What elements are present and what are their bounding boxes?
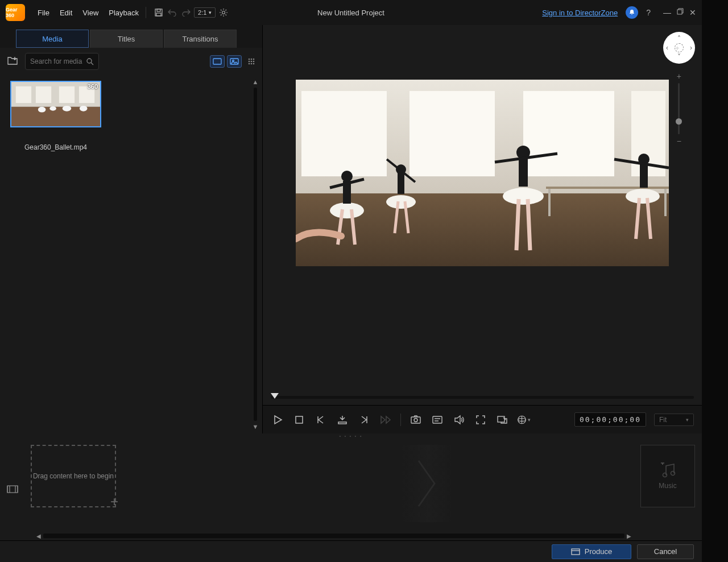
tab-transitions[interactable]: Transitions bbox=[164, 30, 237, 48]
media-thumbnail[interactable]: 360 bbox=[10, 81, 101, 127]
search-box[interactable] bbox=[25, 53, 99, 70]
footer-bar: Produce Cancel bbox=[0, 540, 702, 562]
play-icon[interactable] bbox=[271, 413, 284, 427]
maximize-icon[interactable] bbox=[677, 8, 684, 17]
drop-hint-label: Drag content here to begin bbox=[33, 472, 114, 480]
media-toolbar bbox=[0, 48, 262, 75]
zoom-fit-dropdown[interactable]: Fit ▾ bbox=[654, 414, 694, 426]
view-video-toggle[interactable] bbox=[210, 55, 225, 68]
separator bbox=[400, 414, 401, 426]
produce-button[interactable]: Produce bbox=[552, 544, 631, 559]
nav-down-icon[interactable]: ˅ bbox=[677, 53, 681, 61]
svg-rect-30 bbox=[301, 91, 387, 176]
dock-undock-icon[interactable] bbox=[495, 413, 509, 427]
topbar-right: Sign in to DirectorZone ? — ✕ bbox=[542, 6, 696, 19]
settings-icon[interactable] bbox=[218, 7, 229, 18]
svg-rect-56 bbox=[7, 486, 18, 493]
svg-point-10 bbox=[251, 59, 253, 60]
nav-up-icon[interactable]: ˄ bbox=[677, 35, 681, 43]
svg-rect-49 bbox=[296, 416, 303, 423]
main-area: Media Titles Transitions bbox=[0, 25, 702, 433]
tab-media[interactable]: Media bbox=[16, 30, 89, 48]
seek-bar[interactable] bbox=[263, 389, 702, 405]
view-photo-toggle[interactable] bbox=[227, 55, 242, 68]
window-controls: — ✕ bbox=[663, 8, 696, 17]
volume-icon[interactable] bbox=[452, 413, 466, 427]
fit-label: Fit bbox=[659, 416, 667, 424]
svg-rect-32 bbox=[523, 91, 614, 176]
preview-panel: ˄ ˅ › ‹ + + − bbox=[263, 25, 702, 433]
svg-rect-50 bbox=[411, 417, 420, 423]
zoom-slider[interactable]: + − bbox=[677, 72, 681, 146]
stop-icon[interactable] bbox=[292, 413, 306, 427]
svg-point-5 bbox=[87, 59, 92, 63]
hscroll-right-icon[interactable]: ▶ bbox=[624, 533, 634, 539]
search-icon[interactable] bbox=[86, 57, 94, 65]
scroll-down-icon[interactable]: ▼ bbox=[251, 423, 260, 430]
project-title: New Untitled Project bbox=[317, 9, 384, 17]
zoom-track[interactable] bbox=[678, 83, 680, 134]
seek-track[interactable] bbox=[271, 396, 694, 399]
app-window: Gear 360 File Edit View Playback 2:1 ▾ N… bbox=[0, 0, 702, 562]
playback-controls: ▾ 00;00;00;00 Fit ▾ bbox=[263, 405, 702, 433]
svg-point-14 bbox=[253, 61, 255, 63]
help-icon[interactable]: ? bbox=[646, 8, 651, 17]
menu-items: File Edit View Playback bbox=[38, 9, 139, 17]
timeline-hscrollbar[interactable]: ◀ ▶ bbox=[34, 532, 634, 539]
menu-view[interactable]: View bbox=[82, 9, 98, 17]
import-media-icon[interactable] bbox=[7, 55, 19, 68]
seek-handle[interactable] bbox=[271, 393, 279, 399]
panel-resize-handle[interactable]: • • • • • bbox=[0, 433, 702, 438]
360-mode-icon[interactable]: ▾ bbox=[517, 413, 531, 427]
svg-rect-45 bbox=[519, 158, 528, 187]
add-clip-icon[interactable]: + bbox=[110, 494, 118, 510]
prev-frame-icon[interactable] bbox=[314, 413, 328, 427]
minimize-icon[interactable]: — bbox=[663, 8, 671, 17]
360-nav-control[interactable]: ˄ ˅ › ‹ + bbox=[663, 32, 695, 64]
hscroll-left-icon[interactable]: ◀ bbox=[34, 533, 43, 539]
search-input[interactable] bbox=[30, 57, 82, 65]
caption-icon[interactable] bbox=[431, 413, 444, 427]
menu-edit[interactable]: Edit bbox=[60, 9, 72, 17]
produce-label: Produce bbox=[585, 547, 612, 556]
zoom-in-icon[interactable]: + bbox=[677, 72, 681, 81]
save-icon[interactable] bbox=[153, 7, 164, 18]
notifications-icon[interactable] bbox=[626, 6, 638, 19]
library-scrollbar[interactable]: ▲ ▼ bbox=[251, 78, 260, 430]
zoom-handle[interactable] bbox=[676, 118, 682, 125]
menu-playback[interactable]: Playback bbox=[109, 9, 139, 17]
undo-icon bbox=[167, 7, 178, 18]
svg-point-40 bbox=[386, 195, 416, 209]
fast-forward-icon bbox=[379, 413, 392, 427]
tab-titles[interactable]: Titles bbox=[90, 30, 163, 48]
close-icon[interactable]: ✕ bbox=[689, 8, 696, 17]
split-icon[interactable] bbox=[336, 413, 349, 427]
preview-video[interactable] bbox=[296, 80, 669, 266]
zoom-out-icon[interactable]: − bbox=[677, 137, 681, 146]
menu-file[interactable]: File bbox=[38, 9, 49, 17]
menu-bar: Gear 360 File Edit View Playback 2:1 ▾ N… bbox=[0, 0, 702, 25]
timeline-strip[interactable]: Drag content here to begin + bbox=[31, 445, 634, 534]
add-music-slot[interactable]: Music bbox=[640, 445, 695, 507]
aspect-ratio-dropdown[interactable]: 2:1 ▾ bbox=[194, 7, 216, 18]
svg-point-17 bbox=[253, 63, 255, 65]
nav-right-icon[interactable]: › bbox=[690, 44, 692, 52]
timeline-track-icon[interactable] bbox=[7, 445, 24, 534]
timeline-drop-zone[interactable]: Drag content here to begin + bbox=[31, 445, 116, 507]
svg-point-27 bbox=[80, 106, 88, 111]
nav-center-icon[interactable]: + bbox=[675, 43, 684, 52]
snapshot-icon[interactable] bbox=[409, 413, 423, 427]
scroll-track[interactable] bbox=[254, 88, 257, 421]
signin-link[interactable]: Sign in to DirectorZone bbox=[542, 9, 618, 17]
nav-left-icon[interactable]: ‹ bbox=[666, 44, 668, 52]
media-item[interactable]: 360 Gear360_Ballet.mp4 bbox=[10, 81, 101, 151]
hscroll-track[interactable] bbox=[43, 534, 624, 538]
scroll-up-icon[interactable]: ▲ bbox=[251, 78, 260, 85]
fullscreen-icon[interactable] bbox=[474, 413, 487, 427]
timecode-display[interactable]: 00;00;00;00 bbox=[574, 412, 646, 427]
svg-point-46 bbox=[626, 189, 660, 204]
svg-rect-4 bbox=[677, 10, 682, 14]
cancel-button[interactable]: Cancel bbox=[637, 544, 694, 559]
next-frame-icon[interactable] bbox=[357, 413, 371, 427]
library-options-icon[interactable] bbox=[247, 57, 255, 65]
